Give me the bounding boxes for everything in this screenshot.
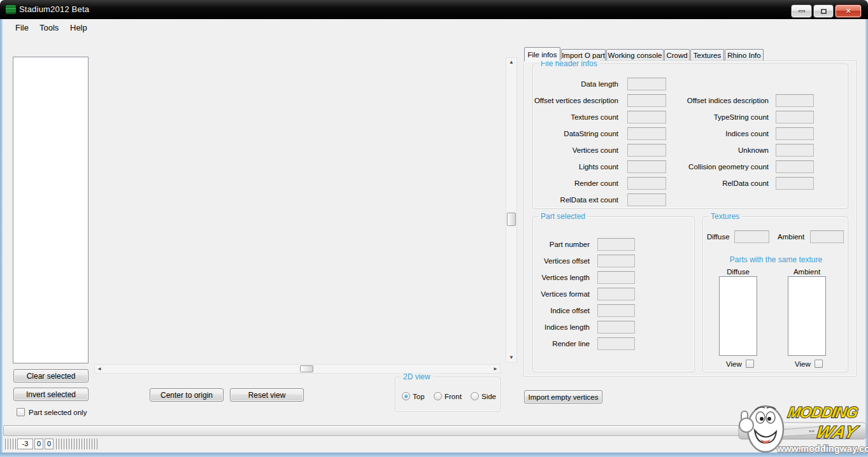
logo-text-way: WAY — [814, 423, 861, 442]
view-ambient-label: View — [795, 360, 811, 368]
invert-selected-button[interactable]: Invert selected — [13, 388, 89, 401]
vertices-count-input[interactable] — [627, 144, 666, 157]
minimize-button[interactable] — [791, 4, 812, 18]
parts-same-texture-label: Parts with the same texture — [703, 255, 849, 264]
textures-title: Textures — [708, 212, 742, 221]
menu-bar: File Tools Help — [3, 19, 865, 36]
reldata-count-input[interactable] — [776, 177, 814, 190]
clear-selected-button[interactable]: Clear selected — [13, 369, 89, 383]
offset-indices-description-label: Offset indices description — [686, 94, 769, 107]
vertices-length-label: Vertices length — [533, 271, 590, 284]
file-header-infos-group: File header infos Data length Offset ver… — [532, 64, 848, 209]
radio-side[interactable] — [471, 392, 479, 400]
render-count-input[interactable] — [627, 177, 666, 190]
view-diffuse-label: View — [726, 360, 742, 368]
hscroll-thumb[interactable] — [300, 365, 313, 372]
view2d-group: 2D view Top Front Side — [395, 377, 501, 412]
radio-top[interactable] — [402, 392, 410, 400]
radio-side-label[interactable]: Side — [481, 393, 496, 400]
center-to-origin-button[interactable]: Center to origin — [150, 388, 224, 402]
view-diffuse-checkbox[interactable] — [746, 360, 754, 368]
trackbar-ticks-right — [56, 439, 98, 449]
indices-count-label: Indices count — [686, 127, 769, 140]
data-length-input[interactable] — [627, 78, 666, 90]
ambient-label: Ambient — [778, 233, 804, 241]
reldata-ext-count-label: RelData ext count — [533, 193, 618, 206]
radio-front[interactable] — [434, 392, 442, 400]
window-border-right — [865, 19, 868, 453]
logo-text-modding: MODDING — [786, 404, 860, 421]
coord-z-box[interactable]: 0 — [45, 439, 53, 449]
minimize-icon — [799, 10, 805, 12]
menu-help[interactable]: Help — [66, 22, 91, 34]
close-icon: ✕ — [845, 7, 851, 15]
collision-geometry-count-input[interactable] — [776, 160, 814, 173]
logo-pointer-mark: »» — [809, 428, 815, 434]
view-ambient-checkbox[interactable] — [815, 360, 823, 368]
app-icon — [6, 5, 16, 14]
ambient-parts-listbox[interactable] — [788, 276, 826, 356]
tab-working-console[interactable]: Working console — [606, 49, 664, 61]
part-number-label: Part number — [533, 238, 590, 251]
trackbar-ticks-left — [5, 439, 16, 449]
indice-offset-label: Indice offset — [533, 304, 590, 317]
maximize-button[interactable] — [813, 4, 834, 18]
import-empty-vertices-button[interactable]: Import empty vertices — [524, 390, 602, 404]
ambient-input[interactable] — [810, 230, 844, 243]
scroll-up-icon[interactable]: ▲ — [509, 60, 514, 65]
maximize-icon — [821, 9, 827, 14]
viewport-hscrollbar[interactable]: ◄ ► — [94, 364, 501, 374]
part-selected-only-checkbox[interactable] — [17, 408, 25, 416]
offset-indices-description-input[interactable] — [776, 94, 814, 107]
vscroll-thumb[interactable] — [507, 213, 516, 226]
unknown-input[interactable] — [776, 144, 814, 157]
textures-count-input[interactable] — [627, 111, 666, 123]
datastring-count-input[interactable] — [627, 127, 666, 140]
reldata-ext-count-input[interactable] — [627, 193, 666, 206]
radio-front-label[interactable]: Front — [445, 393, 462, 400]
diffuse-input[interactable] — [734, 230, 769, 243]
lights-count-label: Lights count — [533, 160, 618, 173]
scroll-left-icon[interactable]: ◄ — [97, 367, 102, 372]
coord-x-box[interactable]: -3 — [17, 439, 33, 449]
parts-listbox[interactable] — [13, 57, 89, 363]
indice-offset-input[interactable] — [597, 304, 635, 317]
vertices-format-input[interactable] — [597, 288, 635, 300]
radio-top-label[interactable]: Top — [413, 393, 425, 400]
coord-y-box[interactable]: 0 — [34, 439, 43, 449]
menu-tools[interactable]: Tools — [36, 22, 62, 34]
title-bar[interactable]: Stadium2012 Beta ✕ — [0, 0, 868, 19]
vertices-offset-input[interactable] — [597, 255, 635, 267]
indices-count-input[interactable] — [776, 127, 814, 140]
diffuse-label: Diffuse — [707, 233, 730, 241]
tab-file-infos[interactable]: File infos — [524, 47, 560, 61]
close-button[interactable]: ✕ — [835, 4, 862, 18]
part-selected-only-label: Part selected only — [29, 409, 87, 416]
viewport-canvas[interactable] — [94, 57, 502, 363]
viewport-vscrollbar[interactable]: ▲ ▼ — [506, 57, 517, 363]
tab-crowd[interactable]: Crowd — [664, 49, 690, 61]
menu-file[interactable]: File — [11, 22, 32, 34]
indices-length-input[interactable] — [597, 321, 635, 334]
vertices-length-input[interactable] — [597, 271, 635, 284]
diffuse-parts-listbox[interactable] — [719, 276, 757, 356]
offset-vertices-description-label: Offset vertices description — [533, 94, 618, 107]
typestring-count-input[interactable] — [776, 111, 814, 123]
logo-url: www.moddingway.com — [776, 444, 868, 454]
lights-count-input[interactable] — [627, 160, 666, 173]
reset-view-button[interactable]: Reset view — [230, 388, 304, 402]
textures-count-label: Textures count — [533, 111, 618, 123]
part-number-input[interactable] — [597, 238, 635, 251]
part-selected-group: Part selected Part number Vertices offse… — [532, 216, 695, 372]
offset-vertices-description-input[interactable] — [627, 94, 666, 107]
textures-group: Textures Diffuse Ambient Parts with the … — [702, 216, 848, 372]
moddingway-logo: »» MODDING WAY www.moddingway.com — [734, 398, 868, 456]
indices-length-label: Indices length — [533, 321, 590, 334]
scroll-right-icon[interactable]: ► — [493, 367, 498, 372]
window-border-left — [0, 19, 3, 453]
render-line-input[interactable] — [597, 337, 635, 350]
tab-textures[interactable]: Textures — [690, 49, 724, 61]
tab-rhino-info[interactable]: Rhino Info — [725, 49, 764, 61]
vertices-format-label: Vertices format — [533, 288, 590, 300]
scroll-down-icon[interactable]: ▼ — [509, 355, 514, 360]
